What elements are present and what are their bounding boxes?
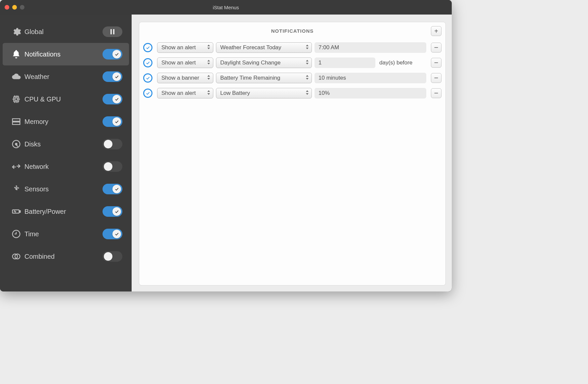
remove-notification-button[interactable]: −: [431, 58, 441, 68]
svg-marker-34: [306, 63, 309, 64]
chevron-updown-icon: [207, 90, 210, 96]
sidebar-item-label: Global: [24, 28, 103, 36]
chevron-updown-icon: [306, 44, 309, 51]
svg-point-19: [16, 143, 17, 145]
svg-marker-28: [207, 48, 210, 49]
sidebar-item-combined[interactable]: Combined: [3, 245, 129, 268]
sidebar-item-time[interactable]: Time: [3, 223, 129, 245]
chip-icon: [11, 94, 24, 104]
notification-event-dropdown[interactable]: Low Battery: [216, 88, 312, 98]
svg-marker-37: [306, 75, 309, 77]
toggle-cpu-gpu[interactable]: [103, 94, 122, 104]
sidebar-item-disks[interactable]: Disks: [3, 133, 129, 155]
dropdown-value: Low Battery: [220, 90, 250, 96]
svg-marker-38: [306, 78, 309, 80]
sidebar-item-label: Memory: [24, 118, 103, 126]
window-body: Global Notifications: [0, 15, 452, 291]
svg-marker-39: [207, 90, 210, 92]
sidebar-item-label: Network: [24, 163, 103, 171]
sidebar-item-cpu-gpu[interactable]: CPU & GPU: [3, 88, 129, 110]
close-window-button[interactable]: [5, 5, 9, 10]
svg-line-20: [16, 145, 18, 147]
svg-marker-27: [207, 45, 210, 46]
notification-row: Show an alert Daylight Saving Change 1 d…: [143, 55, 441, 70]
window-controls: [5, 5, 24, 10]
notification-value-field[interactable]: 10 minutes: [315, 73, 426, 83]
value-text: 7:00 AM: [318, 44, 339, 51]
add-notification-button[interactable]: +: [431, 26, 441, 36]
enable-checkbox[interactable]: [143, 58, 152, 67]
notification-type-dropdown[interactable]: Show an alert: [157, 58, 213, 68]
enable-checkbox[interactable]: [143, 89, 152, 98]
chevron-updown-icon: [207, 44, 210, 51]
value-text: 10 minutes: [318, 75, 346, 81]
sidebar-item-memory[interactable]: Memory: [3, 110, 129, 133]
svg-rect-3: [15, 98, 18, 100]
toggle-weather[interactable]: [103, 71, 122, 82]
enable-checkbox[interactable]: [143, 73, 152, 83]
remove-notification-button[interactable]: −: [431, 43, 441, 53]
sidebar-item-global[interactable]: Global: [3, 20, 129, 43]
notifications-card: NOTIFICATIONS + Show an alert Wea: [139, 22, 446, 286]
dropdown-value: Weather Forecast Today: [220, 44, 281, 51]
sidebar-item-weather[interactable]: Weather: [3, 65, 129, 88]
sidebar-item-label: Sensors: [24, 185, 103, 193]
app-window: iStat Menus Global Notifications: [0, 0, 452, 291]
svg-rect-2: [14, 97, 19, 102]
cloud-icon: [11, 72, 24, 82]
toggle-disks[interactable]: [103, 139, 122, 149]
sidebar: Global Notifications: [0, 15, 132, 291]
sidebar-item-label: Notifications: [24, 51, 103, 58]
bell-icon: [11, 49, 24, 59]
toggle-network[interactable]: [103, 161, 122, 172]
sidebar-item-sensors[interactable]: Sensors: [3, 178, 129, 200]
value-text: 1: [318, 59, 321, 66]
notification-type-dropdown[interactable]: Show an alert: [157, 88, 213, 98]
notification-type-dropdown[interactable]: Show an alert: [157, 42, 213, 53]
minimize-window-button[interactable]: [12, 5, 17, 10]
sidebar-item-battery[interactable]: Battery/Power: [3, 200, 129, 223]
notification-value-field[interactable]: 10%: [315, 88, 426, 98]
dropdown-value: Battery Time Remaining: [220, 75, 280, 81]
sidebar-item-label: Weather: [24, 73, 103, 81]
card-header: NOTIFICATIONS +: [143, 26, 441, 37]
remove-notification-button[interactable]: −: [431, 73, 441, 83]
pause-button[interactable]: [103, 26, 122, 37]
zoom-window-button[interactable]: [20, 5, 24, 10]
minus-icon: −: [434, 74, 439, 82]
toggle-battery[interactable]: [103, 206, 122, 217]
notification-row: Show a banner Battery Time Remaining 10 …: [143, 70, 441, 86]
svg-marker-30: [306, 48, 309, 49]
combined-icon: [11, 251, 24, 261]
toggle-combined[interactable]: [103, 251, 122, 262]
disk-icon: [11, 139, 24, 149]
notification-row: Show an alert Weather Forecast Today 7:0…: [143, 40, 441, 55]
sidebar-item-notifications[interactable]: Notifications: [3, 43, 129, 65]
enable-checkbox[interactable]: [143, 43, 152, 52]
notification-value-field[interactable]: 1: [315, 58, 375, 68]
dropdown-value: Show a banner: [161, 75, 199, 81]
svg-rect-23: [20, 211, 21, 212]
notification-type-dropdown[interactable]: Show a banner: [157, 73, 213, 83]
toggle-notifications[interactable]: [103, 49, 122, 59]
svg-marker-29: [306, 45, 309, 46]
chevron-updown-icon: [207, 75, 210, 81]
remove-notification-button[interactable]: −: [431, 88, 441, 98]
sidebar-item-label: Battery/Power: [24, 208, 103, 215]
notification-row: Show an alert Low Battery 10% −: [143, 86, 441, 101]
sidebar-item-network[interactable]: Network: [3, 155, 129, 178]
notification-event-dropdown[interactable]: Daylight Saving Change: [216, 58, 312, 68]
notification-event-dropdown[interactable]: Weather Forecast Today: [216, 42, 312, 53]
svg-marker-32: [207, 63, 210, 64]
svg-marker-33: [306, 60, 309, 61]
toggle-time[interactable]: [103, 229, 122, 239]
svg-rect-13: [13, 122, 20, 125]
svg-marker-36: [207, 78, 210, 80]
svg-marker-35: [207, 75, 210, 77]
toggle-memory[interactable]: [103, 116, 122, 127]
titlebar: iStat Menus: [0, 0, 452, 15]
notification-value-field[interactable]: 7:00 AM: [315, 42, 426, 53]
toggle-sensors[interactable]: [103, 184, 122, 194]
notification-event-dropdown[interactable]: Battery Time Remaining: [216, 73, 312, 83]
value-suffix: day(s) before: [378, 59, 414, 66]
